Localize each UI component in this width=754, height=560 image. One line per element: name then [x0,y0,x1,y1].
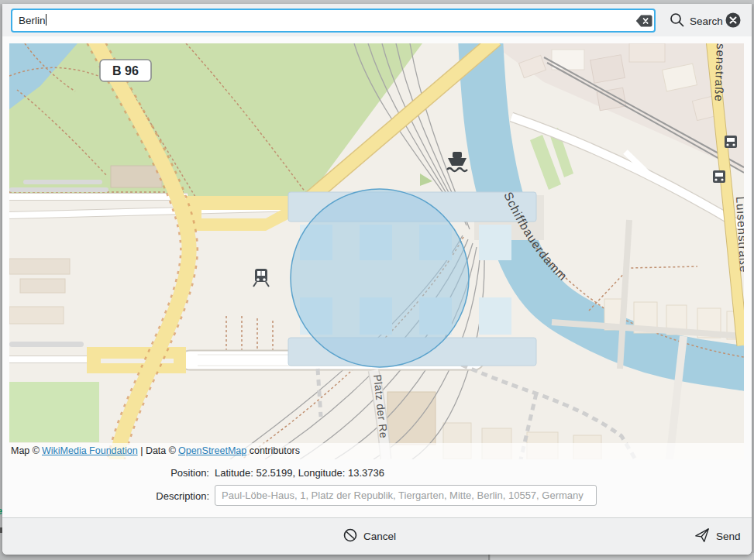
attribution-suffix: contributors [250,445,300,456]
search-button[interactable]: Search [666,10,726,32]
send-button-label: Send [716,531,741,542]
map-canvas: B 96 Schiffbauerdamm senstraße Luisenstr… [9,43,744,459]
cancel-button[interactable]: Cancel [339,525,401,547]
search-input[interactable]: Berlin [11,9,656,33]
search-button-label: Search [690,15,723,27]
road-badge-label: B 96 [112,64,139,77]
clear-text-icon[interactable] [635,15,652,27]
description-input[interactable] [215,485,597,506]
search-icon [670,12,684,29]
location-accuracy-circle[interactable] [291,189,469,367]
street-label-senstrasse: senstraße [712,43,728,102]
road-badge-b96: B 96 [100,60,151,81]
screen: e Berlin Search [0,0,754,560]
close-dialog-button[interactable] [725,12,741,28]
tram-stop-icon [713,170,725,183]
description-label: Description: [101,490,209,502]
park-small [9,382,99,442]
position-row: Position: Latitude: 52.5199, Longitude: … [0,467,754,481]
description-row: Description: [0,485,754,507]
openstreetmap-link[interactable]: OpenStreetMap [178,445,246,456]
map-view[interactable]: B 96 Schiffbauerdamm senstraße Luisenstr… [9,43,744,459]
attribution-data-prefix: | Data © [140,445,176,456]
cancel-button-label: Cancel [363,531,396,542]
cancel-icon [343,528,357,545]
tram-stop-icon [725,136,737,148]
attribution-map-prefix: Map © [11,445,40,456]
position-label: Position: [101,467,209,479]
search-input-value: Berlin [19,15,46,26]
wikimedia-link[interactable]: WikiMedia Foundation [42,445,138,456]
send-icon [694,527,710,545]
position-value: Latitude: 52.5199, Longitude: 13.3736 [215,467,384,479]
text-cursor [46,14,46,26]
map-attribution: Map ©WikiMedia Foundation | Data ©OpenSt… [9,443,744,459]
send-button[interactable]: Send [690,525,745,547]
